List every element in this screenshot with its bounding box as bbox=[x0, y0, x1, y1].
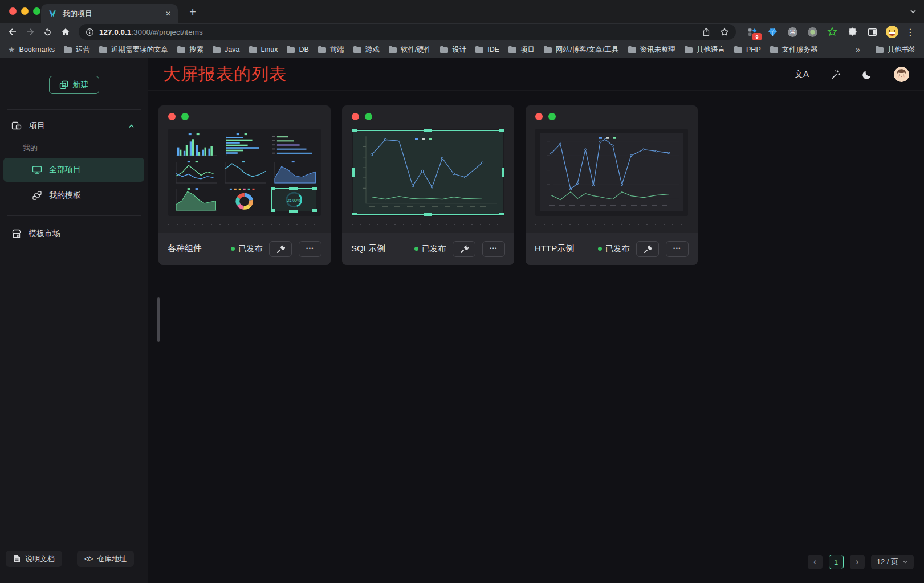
home-button[interactable] bbox=[58, 25, 73, 40]
bookmark-item[interactable]: 运营 bbox=[64, 45, 90, 55]
bookmark-item[interactable]: 近期需要读的文章 bbox=[99, 45, 168, 55]
extension-gem-icon[interactable] bbox=[765, 25, 780, 39]
user-avatar[interactable] bbox=[894, 67, 909, 82]
sidebar-item-all-projects[interactable]: 全部项目 bbox=[3, 158, 144, 182]
bookmark-item[interactable]: PHP bbox=[734, 46, 761, 54]
chevron-up-icon[interactable] bbox=[128, 123, 135, 130]
extension-dict-icon[interactable]: 9 bbox=[745, 25, 760, 39]
minimize-window-button[interactable] bbox=[21, 7, 29, 15]
reload-button[interactable] bbox=[40, 25, 55, 40]
app-body: 新建 项目 我的 全部项目 bbox=[0, 58, 924, 583]
extension-cmd-icon[interactable]: ⌘ bbox=[785, 25, 800, 39]
address-bar[interactable]: 127.0.0.1:3000/#/project/items bbox=[79, 24, 736, 40]
bookmark-star-icon[interactable] bbox=[720, 27, 729, 36]
prev-page-button[interactable]: ‹ bbox=[808, 555, 823, 569]
mini-bar-chart bbox=[172, 132, 219, 158]
sidebar-group-projects[interactable]: 项目 bbox=[0, 110, 148, 136]
bookmark-item[interactable]: 前端 bbox=[318, 45, 344, 55]
back-button[interactable] bbox=[5, 25, 20, 40]
tab-close-button[interactable]: ✕ bbox=[165, 10, 171, 18]
mini-hbar-chart bbox=[221, 132, 268, 158]
edit-project-button[interactable] bbox=[453, 241, 475, 257]
card-green-dot bbox=[548, 113, 556, 120]
more-actions-button[interactable]: ••• bbox=[482, 241, 505, 257]
bookmark-item[interactable]: 资讯未整理 bbox=[628, 45, 676, 55]
edit-project-button[interactable] bbox=[636, 241, 659, 257]
traffic-lights bbox=[9, 7, 40, 15]
extension-star-icon[interactable] bbox=[825, 25, 840, 39]
bookmark-item[interactable]: DB bbox=[287, 46, 308, 54]
docs-button-label: 说明文档 bbox=[25, 554, 55, 564]
bookmark-label: Linux bbox=[261, 46, 278, 54]
side-panel-icon[interactable] bbox=[865, 25, 880, 39]
language-toggle-button[interactable]: 文A bbox=[795, 69, 809, 80]
mini-hbar-multi-chart bbox=[270, 132, 318, 158]
extension-recorder-icon[interactable] bbox=[805, 25, 820, 39]
sidebar-item-my-templates[interactable]: 我的模板 bbox=[3, 184, 144, 207]
site-info-icon[interactable] bbox=[86, 28, 94, 36]
next-page-button[interactable]: › bbox=[850, 555, 865, 569]
project-thumbnail[interactable]: 25.00% bbox=[168, 129, 321, 216]
browser-tab[interactable]: 我的项目 ✕ bbox=[41, 4, 178, 23]
new-project-button[interactable]: 新建 bbox=[49, 76, 99, 94]
chrome-menu-button[interactable]: ⋮ bbox=[905, 27, 916, 38]
main-header: 大屏报表的列表 文A bbox=[148, 58, 924, 91]
folder-icon bbox=[685, 47, 693, 53]
bookmark-item[interactable]: 项目 bbox=[508, 45, 535, 55]
pagination: ‹ 1 › 12 / 页 bbox=[808, 555, 914, 569]
browser-toolbar: 127.0.0.1:3000/#/project/items 9 ⌘ bbox=[0, 23, 924, 41]
close-window-button[interactable] bbox=[9, 7, 17, 15]
bookmark-item[interactable]: Linux bbox=[249, 46, 278, 54]
bookmark-item[interactable]: 其他语言 bbox=[685, 45, 725, 55]
bookmark-label: DB bbox=[299, 46, 308, 54]
more-actions-button[interactable]: ••• bbox=[299, 241, 321, 257]
zoom-window-button[interactable] bbox=[33, 7, 40, 15]
sidebar-item-label: 模板市场 bbox=[29, 229, 60, 239]
bookmark-label: 搜索 bbox=[189, 45, 203, 55]
project-card-list: 25.00% 各种组件 已发布 bbox=[148, 91, 924, 265]
bookmark-item[interactable]: 文件服务器 bbox=[770, 45, 818, 55]
more-actions-button[interactable]: ••• bbox=[666, 241, 689, 257]
folder-icon bbox=[318, 47, 326, 53]
scrollbar-thumb[interactable] bbox=[157, 297, 160, 342]
bookmark-item[interactable]: 设计 bbox=[440, 45, 466, 55]
page-size-select[interactable]: 12 / 页 bbox=[871, 555, 914, 569]
bookmarks-overflow-button[interactable]: » bbox=[856, 45, 860, 54]
dark-mode-moon-button[interactable] bbox=[862, 69, 873, 80]
repo-button[interactable]: </> 仓库地址 bbox=[77, 551, 134, 567]
other-bookmarks-button[interactable]: 其他书签 bbox=[876, 45, 916, 55]
forward-button[interactable] bbox=[22, 25, 38, 40]
status-label: 已发布 bbox=[422, 244, 446, 254]
tab-search-button[interactable] bbox=[909, 7, 917, 15]
hammer-icon bbox=[459, 244, 469, 254]
card-green-dot bbox=[365, 113, 372, 120]
bookmark-item[interactable]: 搜索 bbox=[177, 45, 203, 55]
chevron-down-icon bbox=[902, 559, 908, 565]
mini-line-chart bbox=[221, 160, 268, 185]
extension-emoji-icon[interactable] bbox=[885, 25, 899, 39]
bookmark-label: 近期需要读的文章 bbox=[111, 45, 168, 55]
sidebar-item-template-market[interactable]: 模板市场 bbox=[3, 222, 144, 246]
current-page-button[interactable]: 1 bbox=[829, 555, 844, 569]
new-tab-button[interactable]: + bbox=[185, 5, 200, 19]
star-icon: ★ bbox=[8, 46, 15, 54]
bookmark-item[interactable]: IDE bbox=[475, 46, 499, 54]
bookmark-item[interactable]: 游戏 bbox=[353, 45, 380, 55]
bookmarks-manager-item[interactable]: ★ Bookmarks bbox=[8, 46, 55, 54]
url-text: 127.0.0.1:3000/#/project/items bbox=[99, 28, 203, 36]
project-thumbnail[interactable] bbox=[352, 129, 504, 216]
favicon bbox=[48, 9, 57, 18]
magic-wand-button[interactable] bbox=[830, 69, 841, 80]
bookmark-item[interactable]: Java bbox=[213, 46, 239, 54]
monitor-icon bbox=[32, 165, 42, 175]
docs-button[interactable]: 说明文档 bbox=[6, 551, 62, 567]
edit-project-button[interactable] bbox=[269, 241, 292, 257]
project-thumbnail[interactable] bbox=[535, 129, 688, 216]
bookmark-item[interactable]: 软件/硬件 bbox=[389, 45, 431, 55]
bookmark-label: Bookmarks bbox=[19, 46, 55, 54]
extensions-puzzle-icon[interactable] bbox=[845, 25, 860, 39]
card-status: 已发布 bbox=[231, 244, 262, 254]
bookmark-label: 网站/博客/文章/工具 bbox=[556, 45, 618, 55]
bookmark-item[interactable]: 网站/博客/文章/工具 bbox=[544, 45, 618, 55]
share-icon[interactable] bbox=[702, 27, 711, 36]
